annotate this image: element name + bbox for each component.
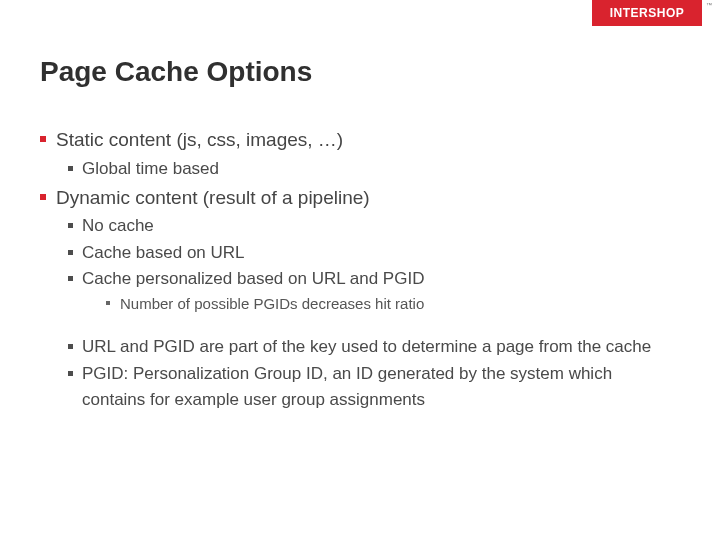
page-title: Page Cache Options: [40, 56, 680, 88]
trademark-symbol: ™: [706, 2, 712, 8]
bullet-text: Number of possible PGIDs decreases hit r…: [120, 295, 424, 312]
list-item: Static content (js, css, images, …) Glob…: [40, 126, 680, 182]
list-item: Dynamic content (result of a pipeline) N…: [40, 184, 680, 414]
bullet-text: Cache personalized based on URL and PGID: [82, 269, 424, 288]
list-item: No cache: [68, 213, 680, 239]
bullet-text: No cache: [82, 216, 154, 235]
slide-content: Page Cache Options Static content (js, c…: [0, 0, 720, 414]
bullet-text: Global time based: [82, 159, 219, 178]
bullet-text: Dynamic content (result of a pipeline): [56, 187, 370, 208]
list-item: Cache personalized based on URL and PGID…: [68, 266, 680, 316]
list-item: PGID: Personalization Group ID, an ID ge…: [68, 361, 680, 414]
bullet-text: Static content (js, css, images, …): [56, 129, 343, 150]
brand-logo: INTERSHOP: [592, 0, 702, 26]
list-item: Number of possible PGIDs decreases hit r…: [106, 292, 680, 316]
brand-name: INTERSHOP: [610, 6, 685, 20]
bullet-text: PGID: Personalization Group ID, an ID ge…: [82, 364, 612, 409]
bullet-text: Cache based on URL: [82, 243, 245, 262]
list-item: Cache based on URL: [68, 240, 680, 266]
bullet-text: URL and PGID are part of the key used to…: [82, 337, 651, 356]
list-item: Global time based: [68, 156, 680, 182]
list-item: URL and PGID are part of the key used to…: [68, 334, 680, 360]
bullet-list: Static content (js, css, images, …) Glob…: [40, 126, 680, 414]
